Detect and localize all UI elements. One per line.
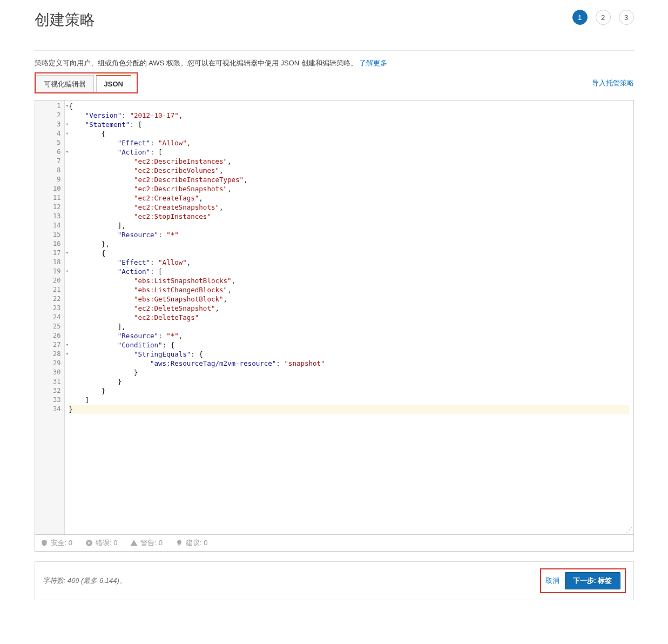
page-title: 创建策略 xyxy=(35,10,95,30)
tab-visual-editor[interactable]: 可视化编辑器 xyxy=(36,75,94,92)
footer-buttons: 取消 下一步: 标签 xyxy=(540,568,626,593)
step-1: 1 xyxy=(572,10,588,25)
status-errors: 错误: 0 xyxy=(85,538,117,548)
step-2[interactable]: 2 xyxy=(596,10,611,25)
status-security: 安全: 0 xyxy=(41,538,72,548)
cancel-button[interactable]: 取消 xyxy=(545,576,559,586)
description: 策略定义可向用户、组或角色分配的 AWS 权限。您可以在可视化编辑器中使用 JS… xyxy=(35,58,634,68)
editor-tabs: 可视化编辑器 JSON xyxy=(35,72,138,93)
next-button[interactable]: 下一步: 标签 xyxy=(565,572,620,589)
resize-handle-icon[interactable]: ⋰ xyxy=(626,526,633,534)
step-3[interactable]: 3 xyxy=(619,10,634,25)
learn-more-link[interactable]: 了解更多 xyxy=(359,59,387,67)
footer-card: 字符数: 469 (最多 6,144)。 取消 下一步: 标签 xyxy=(35,561,634,600)
status-bar: 安全: 0 错误: 0 警告: 0 建议: 0 xyxy=(35,535,634,552)
json-editor[interactable]: 1234567891011121314151617181920212223242… xyxy=(35,100,634,535)
code-area[interactable]: { "Version": "2012-10-17", "Statement": … xyxy=(65,100,633,534)
status-warnings: 警告: 0 xyxy=(130,538,162,548)
import-managed-policy-link[interactable]: 导入托管策略 xyxy=(592,78,634,88)
char-count: 字符数: 469 (最多 6,144)。 xyxy=(43,576,126,586)
wizard-steps: 1 2 3 xyxy=(572,10,634,25)
status-suggestions: 建议: 0 xyxy=(176,538,207,548)
line-gutter: 1234567891011121314151617181920212223242… xyxy=(35,100,65,534)
tab-json[interactable]: JSON xyxy=(96,75,131,92)
